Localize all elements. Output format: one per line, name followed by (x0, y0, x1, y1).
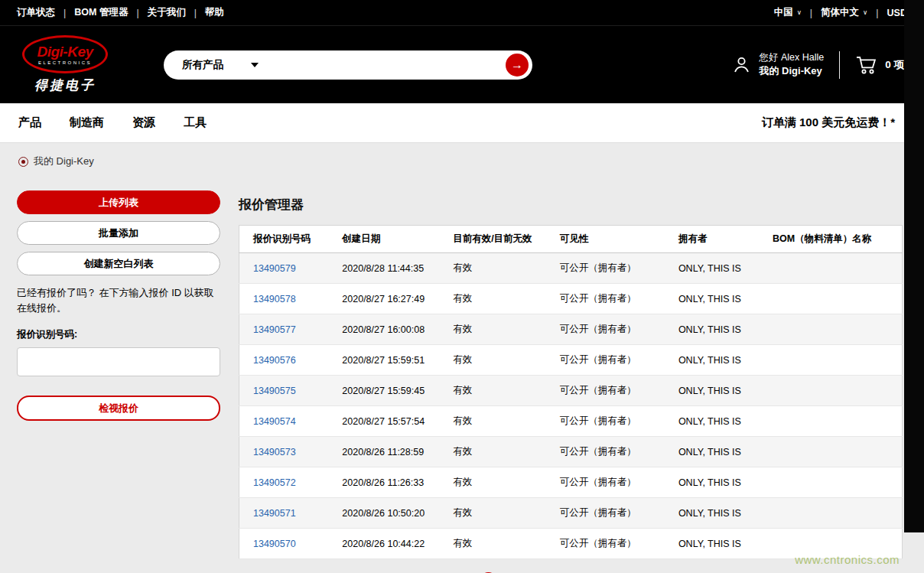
cell-id: 13490571 (239, 498, 335, 529)
cell-id: 13490578 (239, 284, 335, 314)
link-help[interactable]: 帮助 (205, 6, 224, 19)
col-header-bom-name: BOM（物料清单）名称 (765, 226, 903, 253)
cell-status: 有效 (445, 284, 552, 314)
create-blank-list-button[interactable]: 创建新空白列表 (17, 252, 220, 275)
col-header-owner: 拥有者 (671, 226, 765, 253)
quote-row: 134905782020/8/27 16:27:49有效可公开（拥有者）ONLY… (239, 284, 903, 314)
cell-owner: ONLY, THIS IS (671, 284, 765, 314)
search-category-dropdown[interactable]: 所有产品 (182, 58, 259, 72)
quote-id-link[interactable]: 13490574 (253, 416, 296, 427)
separator: | (194, 8, 197, 18)
quote-id-link[interactable]: 13490578 (253, 294, 296, 304)
language-label: 简体中文 (821, 7, 859, 18)
cell-owner: ONLY, THIS IS (671, 529, 765, 559)
cell-visibility: 可公开（拥有者） (552, 253, 671, 284)
cell-status: 有效 (445, 467, 552, 498)
cell-id: 13490570 (239, 529, 335, 559)
quote-row: 134905792020/8/28 11:44:35有效可公开（拥有者）ONLY… (239, 253, 903, 284)
quote-id-link[interactable]: 13490576 (253, 355, 296, 366)
col-header-quote-id: 报价识别号码 (239, 226, 335, 253)
right-dark-strip (904, 0, 924, 532)
utility-bar: 订单状态 | BOM 管理器 | 关于我们 | 帮助 中国∨ | 简体中文∨ |… (0, 0, 924, 25)
page-content: 我的 Digi-Key 上传列表 批量添加 创建新空白列表 已经有报价了吗？ 在… (0, 143, 924, 573)
site-header: Digi-Key ELECTRONICS 得捷电子 所有产品 → 您好 Alex… (0, 25, 924, 103)
cell-owner: ONLY, THIS IS (671, 376, 765, 406)
link-bom-manager[interactable]: BOM 管理器 (74, 6, 128, 19)
nav-item-tools[interactable]: 工具 (184, 116, 207, 130)
quote-id-link[interactable]: 13490570 (253, 539, 296, 549)
quote-id-link[interactable]: 13490573 (253, 447, 296, 457)
digikey-logo[interactable]: Digi-Key ELECTRONICS 得捷电子 (20, 35, 110, 94)
quote-row: 134905712020/8/26 10:50:20有效可公开（拥有者）ONLY… (239, 498, 903, 529)
logo-chinese-name: 得捷电子 (34, 77, 96, 94)
nav-item-products[interactable]: 产品 (18, 116, 41, 130)
cell-created: 2020/8/27 15:59:51 (334, 345, 445, 376)
cell-status: 有效 (445, 314, 552, 345)
search-submit-button[interactable]: → (506, 54, 529, 77)
quote-row: 134905772020/8/27 16:00:08有效可公开（拥有者）ONLY… (239, 314, 903, 345)
logo-oval: Digi-Key ELECTRONICS (22, 35, 108, 73)
link-about-us[interactable]: 关于我们 (148, 6, 186, 19)
cart-icon (855, 55, 878, 75)
quote-row: 134905762020/8/27 15:59:51有效可公开（拥有者）ONLY… (239, 345, 903, 376)
quote-row: 134905752020/8/27 15:59:45有效可公开（拥有者）ONLY… (239, 376, 903, 406)
quote-id-link[interactable]: 13490575 (253, 386, 296, 396)
quote-id-link[interactable]: 13490579 (253, 263, 296, 274)
cart-button[interactable]: 0 项 (855, 55, 904, 75)
header-right: 您好 Alex Halle 我的 Digi-Key 0 项 (731, 51, 904, 79)
col-header-visibility: 可见性 (552, 226, 671, 253)
cell-id: 13490575 (239, 376, 335, 406)
my-digikey-icon (18, 157, 28, 167)
upload-list-button[interactable]: 上传列表 (17, 190, 220, 214)
cell-visibility: 可公开（拥有者） (552, 467, 671, 498)
nav-item-manufacturers[interactable]: 制造商 (70, 116, 104, 130)
cell-owner: ONLY, THIS IS (671, 498, 765, 529)
cell-owner: ONLY, THIS IS (671, 467, 765, 498)
cart-count-label: 0 项 (885, 58, 904, 72)
quotes-table: 报价识别号码 创建日期 目前有效/目前无效 可见性 拥有者 BOM（物料清单）名… (239, 225, 903, 559)
view-quote-button[interactable]: 检视报价 (17, 396, 220, 421)
cell-bom_name (765, 253, 903, 284)
my-digikey-link[interactable]: 我的 Digi-Key (759, 65, 822, 77)
account-text: 您好 Alex Halle 我的 Digi-Key (759, 51, 824, 79)
breadcrumb-label: 我的 Digi-Key (34, 155, 94, 168)
quote-id-link[interactable]: 13490571 (253, 508, 296, 519)
cell-id: 13490576 (239, 345, 335, 376)
cell-visibility: 可公开（拥有者） (552, 529, 671, 559)
free-shipping-promo: 订单满 100 美元免运费！* (762, 116, 906, 130)
cell-created: 2020/8/27 15:57:54 (334, 406, 445, 437)
chevron-down-icon: ∨ (797, 8, 802, 16)
cell-bom_name (765, 406, 903, 437)
cell-bom_name (765, 376, 903, 406)
quote-row: 134905732020/8/26 11:28:59有效可公开（拥有者）ONLY… (239, 437, 903, 467)
breadcrumb[interactable]: 我的 Digi-Key (0, 143, 924, 168)
quote-id-input[interactable] (17, 347, 220, 376)
country-selector[interactable]: 中国∨ (774, 6, 802, 19)
nav-items: 产品 制造商 资源 工具 (18, 116, 207, 130)
link-order-status[interactable]: 订单状态 (17, 6, 55, 19)
chevron-down-icon (251, 63, 259, 67)
cell-created: 2020/8/27 15:59:45 (334, 376, 445, 406)
separator: | (136, 8, 138, 18)
arrow-right-icon: → (511, 58, 523, 72)
sidebar: 上传列表 批量添加 创建新空白列表 已经有报价了吗？ 在下方输入报价 ID 以获… (17, 190, 220, 428)
cell-created: 2020/8/26 10:50:20 (334, 498, 445, 529)
cell-owner: ONLY, THIS IS (671, 253, 765, 284)
language-selector[interactable]: 简体中文∨ (821, 6, 867, 19)
quote-id-link[interactable]: 13490577 (253, 324, 296, 335)
cell-created: 2020/8/27 16:27:49 (334, 284, 445, 314)
cell-status: 有效 (445, 345, 552, 376)
main-nav: 产品 制造商 资源 工具 订单满 100 美元免运费！* (0, 103, 924, 143)
cell-status: 有效 (445, 498, 552, 529)
quote-id-link[interactable]: 13490572 (253, 477, 296, 488)
cell-id: 13490579 (239, 253, 335, 284)
bulk-add-button[interactable]: 批量添加 (17, 221, 220, 245)
search-input[interactable] (259, 50, 506, 80)
nav-item-resources[interactable]: 资源 (132, 116, 155, 130)
logo-subtext: ELECTRONICS (38, 60, 92, 65)
cell-created: 2020/8/28 11:44:35 (334, 253, 445, 284)
search-category-label: 所有产品 (182, 58, 223, 72)
quote-manager-panel: 报价管理器 报价识别号码 创建日期 目前有效/目前无效 可见性 拥有者 BOM（… (239, 190, 903, 573)
account-menu[interactable]: 您好 Alex Halle 我的 Digi-Key (731, 51, 824, 79)
cell-visibility: 可公开（拥有者） (552, 376, 671, 406)
